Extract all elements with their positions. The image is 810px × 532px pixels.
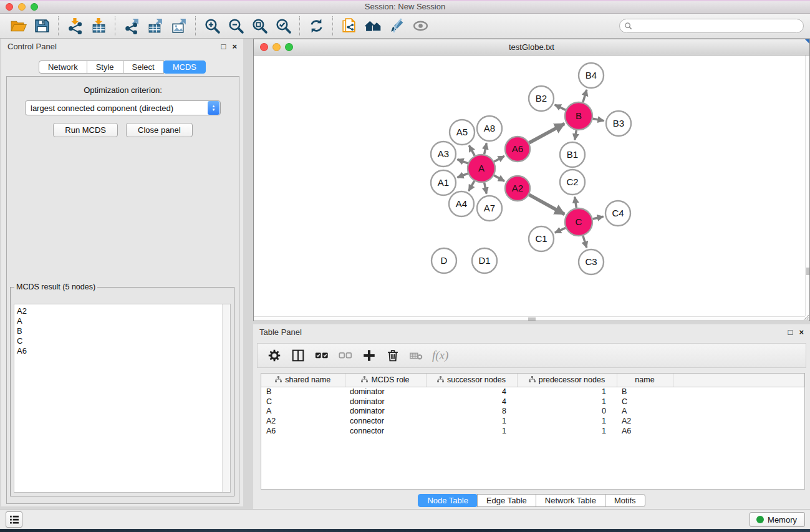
graph-node-B2[interactable]: B2 [529, 86, 554, 111]
refresh-button[interactable] [304, 16, 328, 37]
table-cell[interactable]: A2 [261, 416, 345, 426]
graph-edge-A-A8[interactable] [485, 143, 487, 155]
graph-node-A6[interactable]: A6 [505, 137, 530, 162]
node-table[interactable]: shared nameMCDS rolesuccessor nodesprede… [261, 373, 805, 490]
tab-node-table[interactable]: Node Table [418, 494, 478, 507]
graph-edge-C-C4[interactable] [593, 216, 604, 219]
tab-network[interactable]: Network [39, 60, 87, 74]
open-session-button[interactable] [6, 16, 30, 37]
import-network-button[interactable] [63, 16, 87, 37]
graph-edge-B-B4[interactable] [583, 90, 587, 102]
graph-edge-C-C3[interactable] [583, 236, 587, 248]
graph-edge-C-C1[interactable] [555, 228, 566, 233]
graph-node-A1[interactable]: A1 [431, 170, 456, 195]
graph-node-B4[interactable]: B4 [579, 63, 604, 88]
deselect-all-button[interactable] [335, 346, 356, 365]
import-table-button[interactable] [87, 16, 110, 37]
graph-node-A3[interactable]: A3 [431, 142, 456, 167]
graph-edge-A-A6[interactable] [494, 156, 504, 162]
tab-mcds[interactable]: MCDS [163, 60, 206, 74]
table-cell[interactable]: dominator [345, 397, 426, 407]
graph-node-A5[interactable]: A5 [450, 120, 475, 145]
vertical-scroll-thumb[interactable] [806, 268, 809, 275]
network-canvas[interactable]: B4B2BB3A8A5A6A3B1AA1C2A2A4A7C4CC1C3DD1 [254, 56, 806, 317]
result-list-item[interactable]: A [17, 316, 230, 326]
graph-edge-A-A7[interactable] [485, 183, 487, 194]
table-cell[interactable]: 0 [517, 407, 617, 417]
result-list-scrollbar[interactable] [222, 304, 230, 492]
search-input[interactable] [635, 21, 803, 32]
table-cell[interactable]: A [261, 407, 345, 417]
table-cell[interactable]: 1 [426, 416, 517, 426]
close-panel-icon[interactable]: × [232, 42, 237, 51]
result-list-item[interactable]: A6 [17, 346, 230, 356]
add-column-button[interactable] [359, 346, 380, 365]
result-list-item[interactable]: C [17, 336, 230, 346]
table-cell[interactable]: 1 [517, 397, 617, 407]
table-row[interactable]: Cdominator41C [261, 397, 804, 407]
table-cell[interactable]: A6 [261, 426, 345, 436]
new-network-from-file-button[interactable] [337, 16, 361, 37]
graph-node-B[interactable]: B [565, 102, 592, 130]
tab-network-table[interactable]: Network Table [536, 494, 605, 507]
column-header-predecessor-nodes[interactable]: predecessor nodes [517, 374, 617, 387]
table-cell[interactable]: A [617, 407, 673, 417]
table-row[interactable]: Bdominator41B [261, 387, 804, 397]
delete-table-button[interactable] [406, 346, 427, 365]
table-cell[interactable]: A6 [617, 426, 673, 436]
graph-node-C3[interactable]: C3 [579, 249, 604, 274]
graph-node-C2[interactable]: C2 [560, 170, 585, 195]
graph-edge-A-A5[interactable] [469, 145, 475, 156]
tab-select[interactable]: Select [123, 60, 164, 74]
graph-node-C[interactable]: C [565, 208, 592, 236]
graph-node-A[interactable]: A [468, 155, 495, 182]
table-cell[interactable]: 1 [426, 426, 517, 436]
resize-grip-icon[interactable] [802, 313, 809, 321]
select-all-button[interactable] [311, 346, 332, 365]
table-row[interactable]: Adominator80A [261, 407, 804, 417]
graph-edge-A-A1[interactable] [458, 173, 468, 177]
table-cell[interactable]: dominator [345, 407, 426, 417]
graph-edge-A-A3[interactable] [458, 160, 468, 163]
table-cell[interactable]: C [617, 397, 673, 407]
graph-edge-A-A2[interactable] [494, 175, 504, 181]
graph-node-A7[interactable]: A7 [477, 196, 502, 221]
graph-edge-A6-B[interactable] [529, 123, 565, 143]
vertical-scrollbar[interactable] [805, 56, 809, 316]
run-mcds-button[interactable]: Run MCDS [53, 123, 118, 137]
search-field[interactable] [619, 19, 804, 33]
graph-edge-A2-C[interactable] [529, 195, 564, 214]
graph-edge-B-B1[interactable] [575, 130, 577, 140]
graph-node-A4[interactable]: A4 [449, 191, 474, 216]
split-panel-button[interactable] [287, 346, 309, 365]
table-cell[interactable]: C [261, 397, 345, 407]
tab-style[interactable]: Style [87, 60, 123, 74]
column-header-shared-name[interactable]: shared name [261, 374, 345, 387]
table-row[interactable]: A6connector11A6 [261, 426, 804, 436]
export-network-button[interactable] [120, 16, 143, 37]
tab-motifs[interactable]: Motifs [605, 494, 645, 507]
float-panel-icon[interactable]: □ [221, 42, 226, 51]
graph-node-B3[interactable]: B3 [606, 111, 631, 136]
task-history-button[interactable] [6, 511, 22, 528]
close-panel-button[interactable]: Close panel [126, 123, 193, 137]
table-row[interactable]: A2connector11A2 [261, 416, 804, 426]
table-cell[interactable]: connector [345, 416, 426, 426]
table-cell[interactable]: 1 [517, 387, 617, 397]
table-cell[interactable]: 8 [426, 407, 517, 417]
zoom-selected-button[interactable] [271, 16, 295, 37]
table-cell[interactable]: 1 [517, 416, 617, 426]
result-list-item[interactable]: A2 [17, 306, 230, 316]
graph-edge-A-A4[interactable] [469, 181, 475, 191]
zoom-fit-button[interactable] [248, 16, 271, 37]
zoom-in-button[interactable] [200, 16, 224, 37]
graph-edge-B-B2[interactable] [555, 105, 566, 110]
column-header-MCDS-role[interactable]: MCDS role [345, 374, 426, 387]
graph-node-A2[interactable]: A2 [505, 176, 530, 201]
table-cell[interactable]: B [261, 387, 345, 397]
column-header-name[interactable]: name [617, 374, 673, 387]
table-cell[interactable]: 1 [517, 426, 617, 436]
delete-column-button[interactable] [382, 346, 403, 365]
graph-node-D[interactable]: D [432, 248, 456, 273]
toggle-graphics-details-button[interactable] [385, 16, 408, 37]
